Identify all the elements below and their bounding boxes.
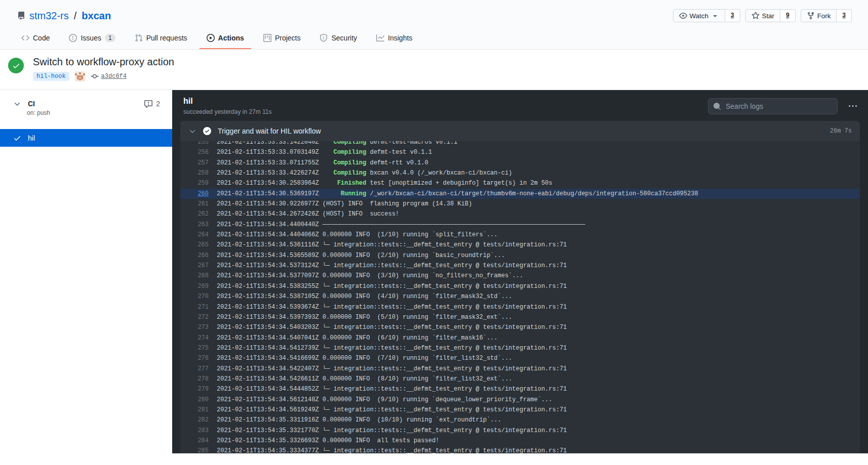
- graph-icon: [376, 34, 384, 42]
- branch-badge[interactable]: hil-hook: [33, 72, 69, 81]
- tab-pull-requests[interactable]: Pull requests: [128, 27, 194, 49]
- log-line-text: 2021-02-11T13:54:34.5387105Z 0.000000 IN…: [209, 291, 512, 302]
- log-line-number[interactable]: 271: [180, 302, 209, 312]
- log-line-number[interactable]: 275: [180, 343, 209, 353]
- step-success-icon: [203, 127, 211, 135]
- fork-count[interactable]: 3: [837, 9, 852, 22]
- watch-button-group: Watch3: [673, 9, 740, 22]
- log-line-number[interactable]: 276: [180, 353, 209, 363]
- log-line: 2682021-02-11T13:54:34.5377097Z 0.000000…: [180, 271, 860, 281]
- log-line-number[interactable]: 258: [180, 168, 209, 178]
- log-line-number[interactable]: 266: [180, 250, 209, 261]
- eye-icon: [679, 12, 687, 20]
- star-button-group: Star9: [745, 9, 796, 22]
- step-header[interactable]: Trigger and wait for HIL workflow 26m 7s: [180, 121, 860, 141]
- log-line: 2562021-02-11T13:53:33.0703149Z Compilin…: [180, 147, 860, 157]
- log-line: 2732021-02-11T13:54:34.5403203Z └─ integ…: [180, 322, 860, 332]
- log-line-text: 2021-02-11T13:54:34.4400440Z ───────────…: [209, 220, 585, 230]
- fork-button-group: Fork3: [801, 9, 852, 22]
- issue-opened-icon: [69, 34, 77, 42]
- log-line-number[interactable]: 277: [180, 364, 209, 374]
- code-icon: [21, 34, 29, 42]
- log-line-number[interactable]: 260: [180, 189, 209, 199]
- avatar[interactable]: [75, 71, 85, 81]
- check-icon: [13, 134, 21, 142]
- log-line: 2822021-02-11T13:54:35.3311916Z 0.000000…: [180, 415, 860, 425]
- log-line-number[interactable]: 265: [180, 240, 209, 250]
- repo-separator: /: [74, 10, 77, 22]
- log-line: 2592021-02-11T13:54:30.2583964Z Finished…: [180, 178, 860, 188]
- search-input[interactable]: [708, 98, 838, 114]
- log-line-number[interactable]: 274: [180, 333, 209, 343]
- log-line-number[interactable]: 267: [180, 261, 209, 271]
- log-line: 2722021-02-11T13:54:34.5397393Z 0.000000…: [180, 312, 860, 322]
- log-line: 2772021-02-11T13:54:34.5422407Z └─ integ…: [180, 364, 860, 374]
- log-line-text: 2021-02-11T13:53:33.0703149Z Compiling d…: [209, 147, 432, 157]
- log-line-number[interactable]: 255: [180, 141, 209, 147]
- log-line-text: 2021-02-11T13:53:33.1422040Z Compiling d…: [209, 141, 457, 147]
- repo-owner-link[interactable]: stm32-rs: [29, 10, 69, 22]
- log-line-number[interactable]: 282: [180, 415, 209, 425]
- log-line: 2632021-02-11T13:54:34.4400440Z ────────…: [180, 220, 860, 230]
- tab-insights[interactable]: Insights: [369, 27, 419, 49]
- log-line-number[interactable]: 281: [180, 405, 209, 415]
- sidebar-job-hil[interactable]: hil: [0, 129, 172, 147]
- commit-sha-link[interactable]: a3dc6f4: [101, 73, 127, 80]
- button-label: Watch: [690, 12, 708, 20]
- log-line-number[interactable]: 269: [180, 281, 209, 291]
- log-step-group: Trigger and wait for HIL workflow 26m 7s…: [180, 121, 860, 453]
- log-line-number[interactable]: 283: [180, 426, 209, 436]
- log-line-number[interactable]: 257: [180, 158, 209, 168]
- log-line: 2842021-02-11T13:54:35.3326693Z 0.000000…: [180, 436, 860, 446]
- tab-code[interactable]: Code: [14, 27, 57, 49]
- star-count[interactable]: 9: [780, 9, 796, 22]
- log-line-text: 2021-02-11T13:54:35.3326693Z 0.000000 IN…: [209, 436, 439, 446]
- repo-tabs: CodeIssues1Pull requestsActionsProjectsS…: [0, 27, 868, 49]
- tab-issues[interactable]: Issues1: [62, 27, 122, 49]
- log-line-number[interactable]: 261: [180, 199, 209, 209]
- step-log-body[interactable]: 2552021-02-11T13:53:33.1422040Z Compilin…: [180, 141, 860, 453]
- annotation-icon: [144, 100, 152, 108]
- log-line-number[interactable]: 262: [180, 209, 209, 219]
- log-line-number[interactable]: 256: [180, 147, 209, 157]
- log-line: 2602021-02-11T13:54:30.5369197Z Running …: [180, 189, 860, 199]
- log-line-text: 2021-02-11T13:54:34.5422407Z └─ integrat…: [209, 364, 567, 374]
- kebab-menu-button[interactable]: [847, 100, 859, 112]
- log-line: 2692021-02-11T13:54:34.5383255Z └─ integ…: [180, 281, 860, 291]
- log-line-number[interactable]: 273: [180, 322, 209, 332]
- tab-label: Security: [331, 34, 357, 42]
- log-line-number[interactable]: 280: [180, 395, 209, 405]
- chevron-down-icon[interactable]: [13, 100, 21, 108]
- log-line-text: 2021-02-11T13:54:34.5407041Z 0.000000 IN…: [209, 333, 498, 343]
- button-label: Fork: [817, 12, 831, 20]
- watch-count[interactable]: 3: [725, 9, 740, 22]
- watch-button[interactable]: Watch: [673, 9, 725, 22]
- log-line-number[interactable]: 284: [180, 436, 209, 446]
- tab-projects[interactable]: Projects: [256, 27, 308, 49]
- annotation-count: 2: [156, 100, 160, 108]
- log-line-text: 2021-02-11T13:54:35.3334377Z └─ integrat…: [209, 446, 567, 453]
- star-button[interactable]: Star: [745, 9, 780, 22]
- log-line: 2642021-02-11T13:54:34.4404066Z 0.000000…: [180, 230, 860, 240]
- log-line-number[interactable]: 278: [180, 374, 209, 384]
- tab-actions[interactable]: Actions: [200, 27, 251, 49]
- log-line: 2742021-02-11T13:54:34.5407041Z 0.000000…: [180, 333, 860, 343]
- button-label: Star: [762, 12, 774, 20]
- log-line-text: 2021-02-11T13:54:34.5619249Z └─ integrat…: [209, 405, 567, 415]
- log-line-number[interactable]: 263: [180, 220, 209, 230]
- log-line-number[interactable]: 259: [180, 178, 209, 188]
- fork-button[interactable]: Fork: [801, 9, 837, 22]
- log-line: 2852021-02-11T13:54:35.3334377Z └─ integ…: [180, 446, 860, 453]
- log-line-number[interactable]: 272: [180, 312, 209, 322]
- log-line-number[interactable]: 270: [180, 291, 209, 302]
- annotations-counter[interactable]: 2: [144, 100, 160, 108]
- log-line-number[interactable]: 279: [180, 384, 209, 394]
- log-line-number[interactable]: 285: [180, 446, 209, 453]
- log-line: 2762021-02-11T13:54:34.5416699Z 0.000000…: [180, 353, 860, 363]
- tab-security[interactable]: Security: [312, 27, 364, 49]
- log-line-text: 2021-02-11T13:54:34.4404066Z 0.000000 IN…: [209, 230, 498, 240]
- log-line-number[interactable]: 268: [180, 271, 209, 281]
- repo-name-link[interactable]: bxcan: [82, 10, 111, 22]
- log-line-number[interactable]: 264: [180, 230, 209, 240]
- play-circle-icon: [207, 34, 215, 42]
